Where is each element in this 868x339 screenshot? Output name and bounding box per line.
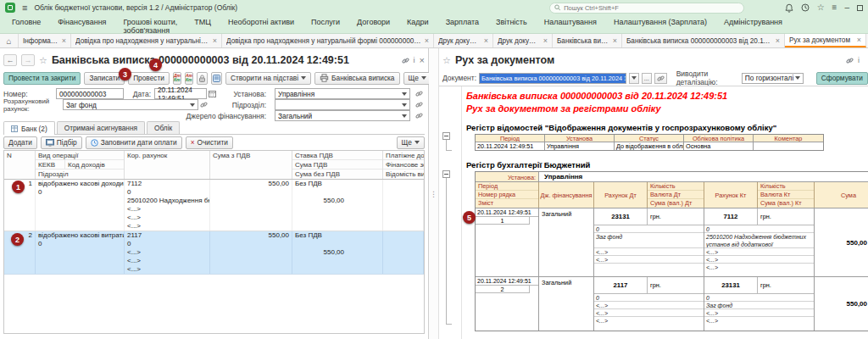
document-choose-button[interactable]: ...: [642, 73, 652, 84]
credit-side: 23131грн. 0 Заг фонд <...> <...>: [704, 277, 815, 331]
close-form-icon[interactable]: ×: [420, 55, 425, 65]
tab-druk-2[interactable]: Друк документа×: [493, 34, 553, 47]
tab-home[interactable]: ⌂: [0, 34, 19, 47]
close-icon[interactable]: ×: [776, 36, 780, 45]
favorites-star-icon[interactable]: ☆: [817, 3, 825, 12]
tab-bank-list[interactable]: Банківська виписка×: [553, 34, 622, 47]
menu-holovne[interactable]: Головне: [12, 17, 41, 27]
organization-combo[interactable]: Управління: [275, 88, 410, 99]
document-dropdown-button[interactable]: [629, 73, 639, 84]
pick-button[interactable]: Підбір: [41, 136, 82, 149]
show-postings-dtkt-icon[interactable]: ДтКт: [173, 72, 181, 85]
close-icon[interactable]: ×: [613, 36, 617, 45]
generate-report-button[interactable]: Сформувати: [816, 72, 868, 85]
open-windows-tabbar: ⌂ Інформація× Довідка про надходження у …: [0, 34, 868, 48]
tab-dovidka-doc[interactable]: Довідка про надходження у натуральній фо…: [222, 34, 434, 47]
menu-hroshovi-koshty[interactable]: Грошові кошти, зобов'язання: [124, 17, 178, 35]
funding-source-combo[interactable]: Загальний: [275, 110, 410, 121]
close-icon[interactable]: ×: [484, 36, 488, 45]
post-button[interactable]: Провести: [128, 72, 170, 85]
forward-button[interactable]: →: [21, 54, 35, 66]
subtab-otrymani-asyhnuvannia[interactable]: Отримані асигнування: [57, 121, 145, 134]
menu-zvitnist[interactable]: Звітність: [496, 17, 527, 27]
table-more-button[interactable]: Ще: [397, 136, 425, 149]
menu-administruvannia[interactable]: Адміністрування: [724, 17, 782, 27]
menu-kadry[interactable]: Кадри: [407, 17, 429, 27]
fill-payment-dates-button[interactable]: Заповнити дати оплати: [86, 136, 182, 149]
menu-nalashtuvannia-zarplata[interactable]: Налаштування (Зарплата): [614, 17, 707, 27]
subtab-oblik[interactable]: Облік: [147, 121, 180, 134]
menu-dohovory[interactable]: Договори: [357, 17, 390, 27]
table-row-selected[interactable]: 2відображено касові витрати , від ...211…: [4, 231, 424, 275]
search-input[interactable]: [564, 4, 738, 12]
number-input[interactable]: 000000000003: [56, 88, 124, 99]
register-accounting-title: Регістр бухгалтерії Бюджетний: [466, 160, 590, 170]
document-input[interactable]: Банківська виписка 000000000003 від 20.1…: [479, 73, 626, 84]
department-combo[interactable]: [275, 99, 410, 110]
report-doc-title: Банківська виписка 000000000003 від 20.1…: [466, 91, 727, 101]
analytics-cell: [594, 264, 704, 271]
register-row: 20.11.2024 12:49:51 2 Загальний 2117грн.…: [476, 277, 868, 331]
chevron-down-icon: [301, 76, 306, 80]
global-search[interactable]: [549, 3, 744, 14]
menu-nalashtuvannia[interactable]: Налаштування: [544, 17, 597, 27]
tab-rukh-za-dokumentom[interactable]: Рух за документом×: [785, 34, 866, 47]
bank-rows-grid[interactable]: N Вид операції КЕКВКод доходів Підрозділ…: [3, 150, 425, 334]
related-documents-icon[interactable]: [211, 72, 222, 85]
open-link-icon[interactable]: [414, 88, 424, 99]
close-icon[interactable]: ×: [213, 36, 217, 45]
open-link-icon[interactable]: [654, 73, 667, 84]
get-link-icon[interactable]: [402, 57, 409, 64]
debit-side: 2117грн. 0 <...> <...> <...>: [594, 277, 704, 331]
close-icon[interactable]: ×: [62, 36, 66, 45]
annotation-badge-3: 3: [119, 68, 131, 81]
panel-splitter[interactable]: ⋮: [429, 48, 439, 339]
tab-druk-1[interactable]: Друк документа×: [434, 34, 493, 47]
open-link-icon[interactable]: [414, 110, 424, 121]
collapse-group-icon[interactable]: [442, 132, 450, 140]
add-row-button[interactable]: Додати: [3, 136, 37, 149]
favorite-star-icon[interactable]: ☆: [39, 55, 47, 66]
close-icon[interactable]: ×: [425, 36, 429, 45]
print-statement-button[interactable]: Банківська виписка: [314, 72, 399, 85]
info-icon[interactable]: i: [414, 56, 415, 64]
sum-cell: 550,00: [815, 208, 868, 276]
close-icon[interactable]: ×: [543, 36, 548, 45]
clock-icon: [91, 139, 98, 147]
more-button[interactable]: Ще: [403, 72, 431, 85]
service-menu-icon[interactable]: ≡: [832, 3, 837, 12]
table-row: 20.11.2024 12:49:51 Управління До відобр…: [476, 142, 823, 150]
tab-bank-doc[interactable]: Банківська виписка 000000000003 від 20.1…: [622, 34, 785, 47]
minimize-icon[interactable]: –: [844, 3, 849, 12]
detail-mode-combo[interactable]: По горизонталі: [742, 73, 804, 84]
main-menu-icon[interactable]: ≡: [22, 3, 27, 13]
post-and-close-button[interactable]: Провести та закрити: [3, 72, 81, 85]
org-row-label: Установа:: [476, 172, 539, 181]
back-button[interactable]: ←: [3, 54, 17, 66]
history-clock-icon[interactable]: [801, 3, 810, 12]
menu-posluhy[interactable]: Послуги: [311, 17, 340, 27]
annotation-badge-1: 1: [12, 181, 25, 193]
menu-neoborotni-aktyvy[interactable]: Необоротні активи: [228, 17, 294, 27]
open-link-icon[interactable]: [414, 99, 424, 110]
menu-finansuvannia[interactable]: Фінансування: [58, 17, 106, 27]
info-icon[interactable]: i: [858, 56, 860, 64]
table-row[interactable]: 1відображено касові доходи від о...71125…: [4, 180, 424, 231]
menu-tmts[interactable]: ТМЦ: [194, 17, 211, 27]
notifications-bell-icon[interactable]: [785, 3, 793, 13]
tab-informatsiia[interactable]: Інформація×: [19, 34, 71, 47]
menu-zarplata[interactable]: Зарплата: [446, 17, 479, 27]
show-postings-extended-icon[interactable]: АтКт: [185, 72, 193, 85]
favorite-star-icon[interactable]: ☆: [442, 55, 451, 66]
analytics-cell: <...>: [594, 302, 704, 309]
subtab-bank[interactable]: Банк (2): [3, 121, 55, 135]
restore-window-icon[interactable]: [857, 5, 863, 11]
create-based-on-button[interactable]: Створити на підставі: [225, 72, 311, 85]
tab-dovidka[interactable]: Довідка про надходження у натуральній фо…: [71, 34, 222, 47]
clear-button[interactable]: ×Очистити: [186, 136, 233, 149]
close-icon[interactable]: ×: [857, 36, 861, 44]
get-link-icon[interactable]: [846, 57, 854, 64]
analytics-cell: <...>: [594, 256, 704, 264]
lock-icon[interactable]: [197, 72, 208, 85]
collapse-group-icon[interactable]: [442, 170, 450, 178]
